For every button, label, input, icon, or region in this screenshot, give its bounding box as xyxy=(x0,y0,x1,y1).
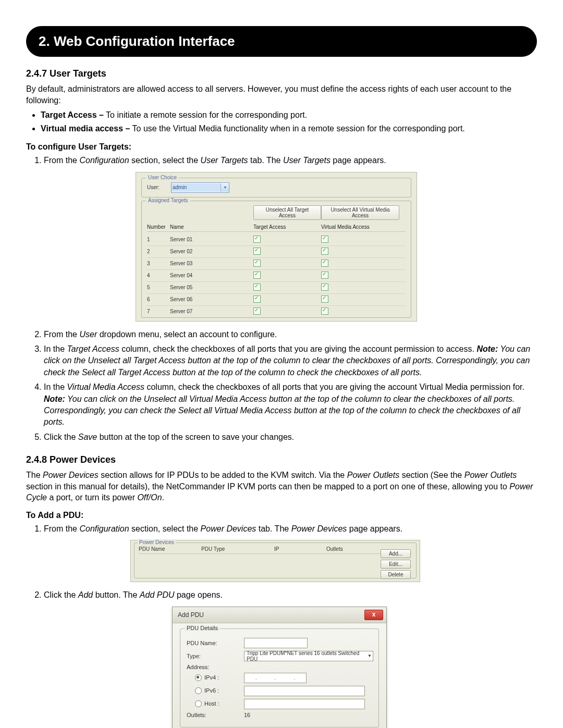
t: User xyxy=(79,330,97,339)
t: Power Outlets xyxy=(464,471,517,479)
pd-table-header: PDU Name PDU Type IP Outlets xyxy=(139,546,412,554)
user-select-input[interactable] xyxy=(172,183,221,192)
c: 6 xyxy=(147,297,170,302)
step-1: From the Configuration section, select t… xyxy=(44,155,537,166)
c: Server 03 xyxy=(170,261,253,266)
to-add-pdu-head: To Add a PDU: xyxy=(26,511,537,520)
address-label: Address: xyxy=(187,664,244,670)
c: 1 xyxy=(147,237,170,242)
t: Power Devices xyxy=(201,524,256,533)
c: Server 07 xyxy=(170,309,253,314)
pdu-details-legend: PDU Details xyxy=(185,625,220,631)
add-button[interactable]: Add... xyxy=(381,549,411,558)
table-row: 4Server 04 xyxy=(147,270,406,282)
host-radio[interactable] xyxy=(195,700,202,707)
type-value: Tripp Lite PDUM*NET series 16 outlets Sw… xyxy=(247,650,368,662)
host-input[interactable] xyxy=(244,699,365,709)
dialog-titlebar: Add PDU x xyxy=(173,607,386,623)
c: 7 xyxy=(147,309,170,314)
power-devices-fieldset: Power Devices PDU Name PDU Type IP Outle… xyxy=(134,542,417,578)
type-select[interactable]: Tripp Lite PDUM*NET series 16 outlets Sw… xyxy=(244,651,373,661)
pdu-name-input[interactable] xyxy=(244,638,308,648)
table-row: 6Server 06 xyxy=(147,294,406,306)
virtual-media-checkbox[interactable] xyxy=(321,307,328,315)
power-devices-legend: Power Devices xyxy=(138,539,176,545)
table-row: 1Server 01 xyxy=(147,234,406,246)
d: . xyxy=(293,675,295,681)
virtual-media-checkbox[interactable] xyxy=(321,260,328,267)
virtual-media-checkbox[interactable] xyxy=(321,248,328,255)
target-access-checkbox[interactable] xyxy=(253,307,261,315)
bullet2-bold: Virtual media access – xyxy=(41,124,130,133)
target-access-checkbox[interactable] xyxy=(253,272,261,279)
table-row: 2Server 02 xyxy=(147,246,406,258)
t: Power Devices xyxy=(43,471,99,479)
ipv4-input[interactable]: ... xyxy=(244,673,307,683)
ipv6-input[interactable] xyxy=(244,686,365,696)
c: 2 xyxy=(147,249,170,254)
user-label: User: xyxy=(147,184,166,190)
t: . xyxy=(162,493,164,502)
table-row: 5Server 05 xyxy=(147,282,406,294)
t: section in this manual for details), the… xyxy=(26,482,509,491)
close-button[interactable]: x xyxy=(364,610,383,620)
t: dropdown menu, select an account to conf… xyxy=(97,330,277,339)
section-248-para: The Power Devices section allows for IP … xyxy=(26,470,537,503)
t: Off/On xyxy=(137,493,162,502)
t: User Targets xyxy=(201,156,248,165)
user-select[interactable]: ▾ xyxy=(171,182,229,193)
type-label: Type: xyxy=(187,653,244,659)
col-ip: IP xyxy=(274,546,326,552)
t: Configuration xyxy=(79,524,129,533)
t: From the xyxy=(44,330,79,339)
target-access-checkbox[interactable] xyxy=(253,295,261,303)
t: Power Devices xyxy=(291,524,347,533)
t: In the xyxy=(44,382,67,391)
virtual-media-checkbox[interactable] xyxy=(321,272,328,279)
unselect-all-target-access-button[interactable]: Unselect All Target Access xyxy=(253,205,321,220)
section-247-intro: By default, administrators are allowed a… xyxy=(26,83,537,106)
bullet1-text: To initiate a remote session for the cor… xyxy=(104,110,307,119)
chevron-down-icon[interactable]: ▾ xyxy=(221,183,229,192)
target-access-checkbox[interactable] xyxy=(253,283,261,291)
target-access-checkbox[interactable] xyxy=(253,236,261,243)
t: button at the top of the screen to save … xyxy=(97,433,294,441)
add-pdu-dialog: Add PDU x PDU Details PDU Name: Type: Tr… xyxy=(172,607,387,728)
virtual-media-checkbox[interactable] xyxy=(321,295,328,303)
step-4: In the Virtual Media Access column, chec… xyxy=(44,381,537,428)
edit-button[interactable]: Edit... xyxy=(381,560,411,569)
ipv4-radio[interactable] xyxy=(195,674,202,681)
target-access-checkbox[interactable] xyxy=(253,260,261,267)
t: Add xyxy=(78,590,93,599)
col-virtual-media: Virtual Media Access xyxy=(321,224,399,230)
t: Click the xyxy=(44,433,78,441)
target-access-checkbox[interactable] xyxy=(253,248,261,255)
table-row: 7Server 07 xyxy=(147,306,406,317)
t: page appears. xyxy=(347,524,402,533)
configure-user-targets-head: To configure User Targets: xyxy=(26,142,537,152)
t: section allows for IP PDUs to be added t… xyxy=(99,471,347,479)
ipv6-radio[interactable] xyxy=(195,687,202,694)
col-name: Name xyxy=(170,224,253,230)
user-choice-fieldset: User Choice User: ▾ xyxy=(141,178,411,198)
t: Save xyxy=(78,433,97,441)
t: Click the xyxy=(44,590,78,599)
pd-step-2: Click the Add button. The Add PDU page o… xyxy=(44,589,537,601)
t: From the xyxy=(44,156,79,165)
col-target-access: Target Access xyxy=(253,224,321,230)
unselect-all-virtual-media-button[interactable]: Unselect All Virtual Media Access xyxy=(321,205,399,220)
pdu-name-label: PDU Name: xyxy=(187,640,244,646)
ipv6-label: IPv6 : xyxy=(204,687,219,694)
delete-button[interactable]: Delete xyxy=(381,570,411,579)
t: In the xyxy=(44,344,67,353)
chevron-down-icon: ▼ xyxy=(368,653,372,658)
assigned-targets-fieldset: Assigned Targets Unselect All Target Acc… xyxy=(141,201,411,318)
bullet2-text: To use the Virtual Media functionality w… xyxy=(130,124,464,133)
t: button. The xyxy=(93,590,140,599)
c: Server 01 xyxy=(170,237,253,242)
virtual-media-checkbox[interactable] xyxy=(321,283,328,291)
virtual-media-checkbox[interactable] xyxy=(321,236,328,243)
targets-table-header: Number Name Target Access Virtual Media … xyxy=(147,224,406,232)
t: Note: xyxy=(476,344,498,353)
t: Add PDU xyxy=(140,590,175,599)
